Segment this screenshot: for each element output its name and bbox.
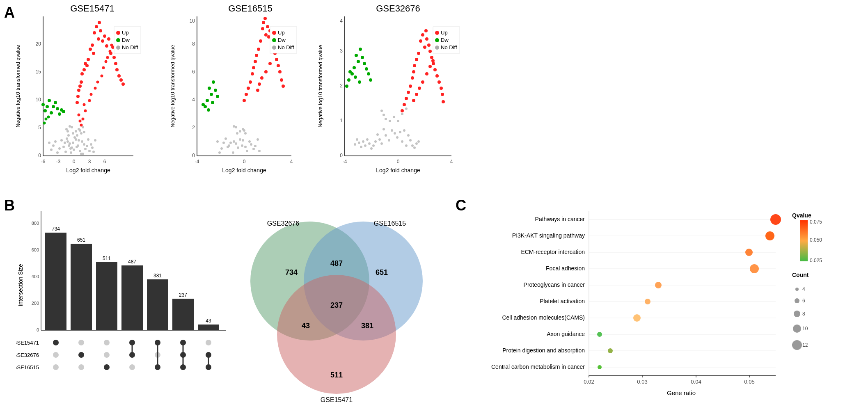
svg-point-86 <box>117 74 121 78</box>
venn-val-32676-15471: 43 <box>302 322 310 330</box>
svg-point-50 <box>75 130 77 133</box>
svg-point-191 <box>282 85 285 88</box>
svg-point-301 <box>347 78 350 82</box>
svg-point-290 <box>431 59 435 62</box>
svg-point-59 <box>66 130 69 133</box>
svg-point-202 <box>214 89 217 92</box>
dot-7 <box>633 314 641 322</box>
svg-point-308 <box>435 38 439 42</box>
svg-point-34 <box>82 153 84 155</box>
legend-count-10-label: 10 <box>802 326 808 331</box>
svg-point-196 <box>268 62 272 65</box>
svg-point-193 <box>258 82 261 86</box>
svg-point-102 <box>84 110 87 112</box>
svg-point-199 <box>210 93 213 96</box>
svg-point-270 <box>430 56 433 59</box>
svg-point-223 <box>388 139 390 142</box>
svg-point-266 <box>427 43 431 47</box>
svg-point-292 <box>355 54 358 57</box>
bar2-label: 651 <box>77 237 85 243</box>
svg-point-78 <box>82 68 86 71</box>
svg-point-240 <box>411 144 414 147</box>
svg-point-303 <box>367 72 370 75</box>
bar-2 <box>71 244 92 330</box>
svg-point-261 <box>417 52 420 55</box>
svg-point-72 <box>89 48 92 51</box>
svg-point-179 <box>252 66 255 69</box>
set-label-gse15471: GSE15471 <box>16 340 39 346</box>
svg-point-232 <box>403 129 405 132</box>
pathway-3: ECM-receptor intercation <box>521 249 585 255</box>
bar-4 <box>121 265 143 330</box>
svg-point-91 <box>76 101 79 104</box>
volcano3-dw <box>345 48 372 88</box>
svg-point-246 <box>358 142 360 144</box>
svg-text:-4: -4 <box>343 159 347 165</box>
svg-point-81 <box>112 56 116 59</box>
venn-val-all: 237 <box>330 301 343 309</box>
svg-point-146 <box>246 150 248 152</box>
svg-point-104 <box>82 118 85 121</box>
svg-point-169 <box>259 39 262 43</box>
svg-point-284 <box>412 99 415 102</box>
svg-point-198 <box>208 87 211 90</box>
svg-point-123 <box>116 31 120 35</box>
pathway-5: Proteoglycans in cancer <box>524 281 585 288</box>
svg-point-153 <box>222 142 225 144</box>
set-label-gse16515: GSE16515 <box>16 364 39 370</box>
svg-point-276 <box>435 74 439 78</box>
svg-text:1: 1 <box>340 118 343 123</box>
svg-point-186 <box>277 64 280 67</box>
svg-point-90 <box>121 82 125 86</box>
legend2-dw: Dw <box>278 37 286 43</box>
venn-label-gse32676: GSE32676 <box>267 220 299 227</box>
svg-point-35 <box>76 134 78 137</box>
pathway-8: Axon guidance <box>547 331 585 337</box>
svg-point-75 <box>107 37 110 41</box>
svg-text:8: 8 <box>192 41 195 47</box>
svg-text:4: 4 <box>290 159 293 165</box>
svg-point-33 <box>64 142 66 144</box>
legend-count-4 <box>795 288 799 291</box>
svg-point-175 <box>255 54 258 57</box>
svg-point-159 <box>216 140 219 143</box>
svg-point-245 <box>360 146 362 148</box>
svg-text:0: 0 <box>38 153 41 158</box>
svg-text:0: 0 <box>73 159 76 165</box>
legend-colorbar <box>800 220 808 261</box>
upset-ylabel: Intersection Size <box>17 264 24 306</box>
xtick-0.04: 0.04 <box>691 379 701 385</box>
svg-text:0: 0 <box>340 153 343 158</box>
svg-point-226 <box>396 136 399 139</box>
svg-point-265 <box>415 58 418 61</box>
svg-point-155 <box>220 147 223 150</box>
svg-point-124 <box>116 38 120 42</box>
svg-text:5: 5 <box>38 125 41 130</box>
svg-point-47 <box>92 151 95 153</box>
svg-point-70 <box>87 58 90 61</box>
svg-point-259 <box>419 39 422 43</box>
pathway-6: Platelet activation <box>540 298 585 304</box>
svg-text:-3: -3 <box>56 159 61 165</box>
xtick-0.03: 0.03 <box>637 379 647 385</box>
volcano3-nodiff <box>354 107 420 150</box>
svg-point-252 <box>393 116 395 118</box>
svg-text:400: 400 <box>32 274 39 279</box>
svg-point-94 <box>94 87 97 90</box>
svg-point-21 <box>72 142 74 144</box>
svg-point-224 <box>394 132 396 135</box>
svg-point-206 <box>211 101 214 104</box>
set-label-gse32676: GSE32676 <box>16 352 39 358</box>
svg-point-272 <box>432 62 435 65</box>
svg-text:10: 10 <box>190 18 195 24</box>
legend-count-4-label: 4 <box>802 286 805 292</box>
svg-point-279 <box>403 103 406 106</box>
svg-point-195 <box>264 70 268 73</box>
volcano1-xlabel: Log2 fold change <box>66 167 110 174</box>
svg-point-260 <box>423 46 426 49</box>
svg-point-269 <box>412 70 415 73</box>
svg-text:4: 4 <box>192 97 195 103</box>
legend-qval-high: 0.075 <box>810 219 822 225</box>
volcano3-title: GSE32676 <box>376 3 420 14</box>
svg-point-221 <box>385 134 387 137</box>
